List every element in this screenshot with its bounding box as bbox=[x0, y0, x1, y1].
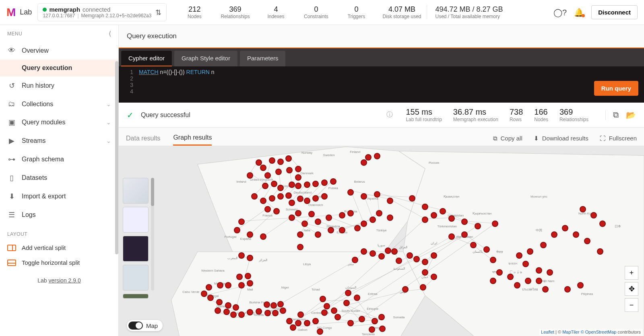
tab-data-results[interactable]: Data results bbox=[126, 132, 160, 145]
graph-node[interactable] bbox=[402, 286, 409, 293]
graph-node[interactable] bbox=[272, 310, 279, 316]
graph-node[interactable] bbox=[599, 221, 606, 227]
graph-node[interactable] bbox=[264, 301, 270, 308]
graph-node[interactable] bbox=[304, 320, 310, 326]
basemap-thumb[interactable] bbox=[123, 236, 149, 262]
basemap-thumb[interactable] bbox=[123, 178, 149, 204]
graph-node[interactable] bbox=[564, 286, 571, 293]
graph-node[interactable] bbox=[374, 191, 380, 198]
osm-link[interactable]: © OpenStreetMap bbox=[580, 330, 617, 334]
help-icon[interactable]: ◯? bbox=[553, 8, 567, 17]
graph-node[interactable] bbox=[304, 198, 310, 204]
graph-node[interactable] bbox=[289, 181, 295, 188]
graph-node[interactable] bbox=[407, 252, 413, 259]
graph-node[interactable] bbox=[238, 219, 245, 225]
graph-node[interactable] bbox=[490, 257, 496, 263]
graph-node[interactable] bbox=[264, 206, 271, 212]
graph-node[interactable] bbox=[285, 192, 292, 199]
recenter-button[interactable]: ✥ bbox=[625, 282, 638, 296]
graph-node[interactable] bbox=[277, 159, 284, 165]
graph-node[interactable] bbox=[330, 178, 336, 185]
graph-node[interactable] bbox=[275, 169, 282, 175]
graph-node[interactable] bbox=[331, 307, 337, 314]
leaflet-link[interactable]: Leaflet bbox=[541, 330, 554, 334]
graph-node[interactable] bbox=[551, 231, 557, 238]
graph-node[interactable] bbox=[215, 307, 221, 314]
graph-node[interactable] bbox=[236, 274, 243, 280]
graph-node[interactable] bbox=[326, 214, 332, 221]
graph-node[interactable] bbox=[297, 196, 303, 202]
tab-graph-style-editor[interactable]: Graph Style editor bbox=[174, 51, 237, 66]
sidebar-item-datasets[interactable]: ▯Datasets bbox=[0, 169, 118, 187]
graph-node[interactable] bbox=[422, 216, 428, 223]
sidebar-item-streams[interactable]: ▶Streams⌄ bbox=[0, 132, 118, 150]
graph-node[interactable] bbox=[295, 320, 301, 326]
graph-node[interactable] bbox=[289, 214, 295, 221]
map-area[interactable]: NorwaySwedenFinlandUnited KingdomDeutsch… bbox=[119, 146, 644, 336]
graph-node[interactable] bbox=[420, 284, 426, 291]
basemap-thumb[interactable] bbox=[123, 207, 149, 233]
graph-node[interactable] bbox=[269, 195, 275, 202]
disconnect-button[interactable]: Disconnect bbox=[591, 5, 638, 19]
graph-node[interactable] bbox=[251, 193, 258, 200]
graph-node[interactable] bbox=[270, 302, 277, 309]
copy-icon[interactable]: ⧉ bbox=[613, 110, 619, 120]
graph-node[interactable] bbox=[562, 225, 568, 231]
graph-node[interactable] bbox=[290, 324, 296, 331]
graph-node[interactable] bbox=[289, 200, 295, 206]
graph-node[interactable] bbox=[247, 309, 253, 315]
graph-node[interactable] bbox=[525, 278, 531, 284]
graph-node[interactable] bbox=[431, 212, 437, 219]
graph-node[interactable] bbox=[297, 231, 303, 238]
graph-node[interactable] bbox=[260, 165, 266, 171]
graph-node[interactable] bbox=[536, 278, 542, 284]
graph-node[interactable] bbox=[247, 172, 253, 179]
graph-node[interactable] bbox=[262, 183, 268, 189]
graph-node[interactable] bbox=[387, 214, 393, 221]
graph-node[interactable] bbox=[233, 304, 239, 311]
tab-cypher-editor[interactable]: Cypher editor bbox=[121, 51, 172, 66]
graph-node[interactable] bbox=[448, 233, 455, 240]
graph-node[interactable] bbox=[295, 174, 301, 181]
graph-node[interactable] bbox=[295, 166, 301, 172]
graph-node[interactable] bbox=[527, 248, 533, 255]
sidebar-item-import-export[interactable]: ⬇Import & export bbox=[0, 187, 118, 206]
graph-node[interactable] bbox=[536, 267, 542, 274]
graph-node[interactable] bbox=[285, 155, 292, 162]
layout-v[interactable]: Add vertical split bbox=[0, 240, 118, 255]
graph-node[interactable] bbox=[580, 206, 586, 212]
graph-node[interactable] bbox=[577, 282, 584, 289]
graph-node[interactable] bbox=[315, 231, 321, 238]
notifications-icon[interactable]: 🔔 bbox=[574, 8, 584, 17]
graph-node[interactable] bbox=[361, 221, 367, 227]
connection-box[interactable]: memgraph connected 127.0.0.1:7687 | Memg… bbox=[37, 3, 167, 21]
graph-node[interactable] bbox=[387, 198, 393, 204]
graph-node[interactable] bbox=[312, 318, 319, 324]
map-toggle[interactable]: Map bbox=[127, 320, 163, 331]
info-icon[interactable]: ⓘ bbox=[386, 111, 393, 119]
graph-node[interactable] bbox=[321, 309, 328, 316]
fullscreen-button[interactable]: ⛶Fullscreen bbox=[600, 135, 637, 142]
graph-node[interactable] bbox=[308, 211, 315, 217]
graph-node[interactable] bbox=[269, 157, 275, 164]
graph-node[interactable] bbox=[461, 219, 468, 225]
graph-node[interactable] bbox=[347, 189, 354, 196]
graph-node[interactable] bbox=[264, 310, 271, 316]
graph-node[interactable] bbox=[396, 258, 402, 264]
graph-node[interactable] bbox=[597, 248, 603, 255]
graph-node[interactable] bbox=[304, 181, 310, 188]
graph-node[interactable] bbox=[301, 221, 308, 227]
graph-node[interactable] bbox=[354, 295, 360, 301]
graph-node[interactable] bbox=[321, 193, 328, 200]
graph-node[interactable] bbox=[277, 185, 284, 191]
graph-node[interactable] bbox=[277, 193, 284, 200]
tab-graph-results[interactable]: Graph results bbox=[173, 131, 212, 146]
graph-node[interactable] bbox=[540, 242, 547, 248]
graph-node[interactable] bbox=[317, 328, 323, 335]
graph-node[interactable] bbox=[361, 193, 367, 200]
graph-node[interactable] bbox=[376, 210, 382, 216]
zoom-out-button[interactable]: − bbox=[625, 298, 638, 312]
graph-node[interactable] bbox=[361, 159, 367, 166]
version-link[interactable]: version 2.9.0 bbox=[49, 277, 81, 284]
graph-node[interactable] bbox=[328, 227, 334, 233]
